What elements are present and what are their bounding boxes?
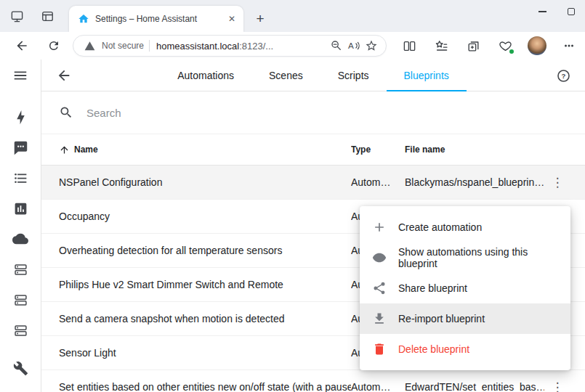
workspaces-icon[interactable]: [4, 4, 29, 28]
tab-actions-icon[interactable]: [35, 4, 60, 28]
row-name: NSPanel Configuration: [41, 176, 351, 188]
download-icon: [371, 311, 387, 327]
browser-titlebar: Settings – Home Assistant ✕ +: [0, 0, 585, 32]
ha-sidebar: [0, 60, 41, 392]
menu-item-label: Re-import blueprint: [398, 313, 485, 324]
column-header-name-label: Name: [74, 144, 98, 155]
row-name: Philips Hue v2 Smart Dimmer Switch and R…: [41, 279, 351, 290]
menu-item-label: Create automation: [398, 221, 482, 233]
security-label: Not secure: [102, 41, 144, 51]
browser-essentials-icon[interactable]: [493, 34, 517, 57]
ha-nav-tabs: Automations Scenes Scripts Blueprints: [41, 60, 585, 91]
column-header-file[interactable]: File name: [405, 144, 544, 155]
menu-item-show-automations[interactable]: Show automations using this blueprint: [360, 242, 570, 273]
maximize-button[interactable]: [557, 0, 585, 23]
menu-item-label: Delete blueprint: [398, 343, 469, 355]
row-name: Occupancy: [41, 211, 351, 222]
tab-automations[interactable]: Automations: [160, 60, 251, 91]
profile-avatar[interactable]: [525, 34, 549, 57]
share-icon: [371, 280, 387, 296]
trash-icon: [371, 341, 387, 357]
row-type: Autom…: [351, 381, 405, 392]
refresh-icon[interactable]: [42, 34, 65, 57]
search-bar[interactable]: [41, 91, 585, 134]
sidebar-cloud-icon[interactable]: [5, 224, 36, 254]
menu-item-label: Show automations using this blueprint: [398, 246, 560, 269]
browser-toolbar: Not secure homeassistant.local:8123/... …: [0, 32, 585, 60]
row-overflow-button[interactable]: ⋮: [544, 169, 570, 195]
home-assistant-favicon: [78, 13, 89, 25]
sidebar-lightning-icon[interactable]: [5, 102, 36, 132]
minimize-button[interactable]: [528, 0, 557, 23]
column-header-type[interactable]: Type: [351, 144, 405, 155]
menu-item-share-blueprint[interactable]: Share blueprint: [360, 273, 570, 303]
avatar: [528, 36, 546, 55]
browser-more-options-icon[interactable]: [557, 34, 581, 57]
svg-text:A: A: [348, 41, 354, 50]
ha-back-arrow-icon[interactable]: [52, 64, 76, 87]
status-green-dot: [508, 48, 515, 55]
row-file: Blackymas/nspanel_blueprin…: [405, 176, 544, 188]
url-host: homeassistant.local: [156, 41, 239, 52]
sidebar-items: [5, 102, 36, 383]
tab-blueprints[interactable]: Blueprints: [387, 60, 467, 91]
sidebar-server-icon-3[interactable]: [5, 315, 36, 346]
row-name: Send a camera snapshot when motion is de…: [41, 313, 351, 324]
svg-text:?: ?: [561, 72, 565, 80]
table-row[interactable]: NSPanel Configuration Autom… Blackymas/n…: [41, 166, 585, 200]
sidebar-chart-icon[interactable]: [5, 193, 36, 224]
sidebar-server-icon-1[interactable]: [5, 254, 36, 285]
menu-item-reimport-blueprint[interactable]: Re-import blueprint: [360, 303, 570, 334]
search-input[interactable]: [86, 107, 585, 119]
ha-header: Automations Scenes Scripts Blueprints ?: [41, 60, 585, 91]
collections-icon[interactable]: [461, 34, 485, 57]
not-secure-warning-icon[interactable]: [81, 37, 98, 54]
menu-item-label: Share blueprint: [398, 282, 467, 294]
search-icon: [59, 105, 73, 120]
read-aloud-icon[interactable]: A: [345, 37, 363, 54]
menu-item-delete-blueprint[interactable]: Delete blueprint: [360, 334, 570, 364]
browser-window: Settings – Home Assistant ✕ + Not secure…: [0, 0, 585, 392]
sidebar-menu-icon[interactable]: [0, 60, 41, 91]
sort-arrow-up-icon: [59, 144, 70, 155]
tab-close-icon[interactable]: ✕: [225, 12, 239, 26]
browser-back-button[interactable]: [10, 34, 33, 57]
table-header-row: Name Type File name: [41, 134, 585, 166]
url-text: homeassistant.local:8123/...: [156, 41, 328, 52]
maximize-icon: [568, 8, 575, 15]
tab-scenes[interactable]: Scenes: [251, 60, 320, 91]
favorite-star-icon[interactable]: [363, 37, 380, 54]
sidebar-chat-icon[interactable]: [5, 132, 36, 163]
sidebar-wrench-icon[interactable]: [5, 353, 36, 383]
eye-icon: [371, 250, 387, 266]
blueprint-context-menu: Create automation Show automations using…: [360, 206, 570, 370]
favorites-icon[interactable]: [429, 34, 453, 57]
tab-title: Settings – Home Assistant: [95, 14, 219, 24]
row-overflow-button[interactable]: ⋮: [544, 374, 570, 392]
column-header-name[interactable]: Name: [41, 144, 351, 155]
address-bar[interactable]: Not secure homeassistant.local:8123/... …: [73, 35, 387, 57]
address-separator: [149, 40, 150, 52]
plus-icon: [371, 219, 387, 235]
sidebar-list-icon[interactable]: [5, 163, 36, 193]
window-controls: [528, 0, 585, 23]
help-icon[interactable]: ?: [552, 64, 575, 87]
sidebar-server-icon-2[interactable]: [5, 285, 36, 315]
url-path: :8123/...: [239, 41, 273, 52]
row-name: Overheating detection for all temperatur…: [41, 245, 351, 256]
table-row[interactable]: Set entities based on other entities new…: [41, 370, 585, 392]
browser-tab[interactable]: Settings – Home Assistant ✕: [69, 6, 243, 32]
tab-scripts[interactable]: Scripts: [320, 60, 387, 91]
split-screen-icon[interactable]: [398, 34, 421, 57]
row-type: Autom…: [351, 176, 405, 188]
toolbar-right-icons: [398, 34, 581, 57]
row-name: Sensor Light: [41, 347, 351, 359]
zoom-icon[interactable]: [328, 37, 345, 54]
row-name: Set entities based on other entities new…: [41, 381, 351, 392]
menu-item-create-automation[interactable]: Create automation: [360, 212, 570, 242]
row-file: EdwardTEN/set_entities_bas…: [405, 381, 544, 392]
minimize-icon: [538, 11, 546, 12]
new-tab-button[interactable]: +: [250, 9, 270, 29]
